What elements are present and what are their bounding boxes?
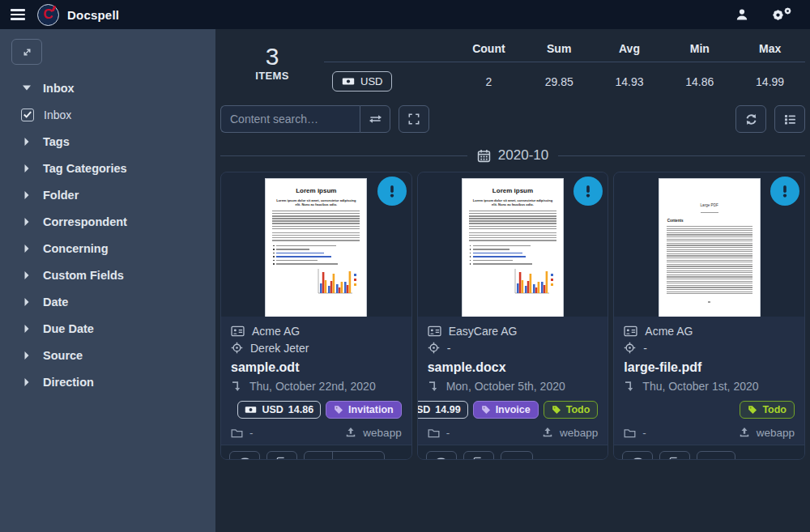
tag-badge: Todo xyxy=(740,401,795,419)
item-preview: Lorem ipsum Lorem ipsum dolor sit amet, … xyxy=(418,172,608,317)
tag-icon xyxy=(481,405,491,415)
correspondent-icon xyxy=(231,326,245,337)
correspondent-icon xyxy=(624,326,637,337)
edit-button[interactable] xyxy=(266,451,297,460)
attachment-pager: 1/2, 4p. xyxy=(304,451,385,460)
document-thumbnail: Large PDF Contents xyxy=(659,178,761,317)
item-card[interactable]: Large PDF Contents xyxy=(613,172,805,460)
task-list-icon xyxy=(784,114,796,125)
search-mode-button[interactable] xyxy=(360,105,390,133)
correspondent-icon xyxy=(428,326,441,337)
refresh-button[interactable] xyxy=(735,105,766,133)
next-attachment-button[interactable] xyxy=(305,452,332,460)
item-cards-grid: Lorem ipsum Lorem ipsum dolor sit amet, … xyxy=(220,172,805,460)
edit-button[interactable] xyxy=(659,451,690,460)
sidebar-item-tags[interactable]: Tags xyxy=(10,128,206,155)
col-max: Max xyxy=(735,42,805,55)
caret-right-icon xyxy=(21,245,32,253)
sidebar-item-folder[interactable]: Folder xyxy=(10,181,206,208)
folder-value: - xyxy=(249,427,254,439)
menu-toggle-icon[interactable] xyxy=(11,9,25,20)
concerning-icon xyxy=(624,342,636,354)
sidebar-item-due-date[interactable]: Due Date xyxy=(10,315,206,342)
correspondent-name: Acme AG xyxy=(252,325,300,338)
tag-badge: Todo xyxy=(544,401,599,419)
attachment-pages-label: 37p. xyxy=(697,451,735,460)
item-name: sample.docx xyxy=(428,360,599,375)
item-date: Thu, October 22nd, 2020 xyxy=(249,380,376,393)
upload-source-icon xyxy=(739,427,750,438)
sidebar-item-tag-categories[interactable]: Tag Categories xyxy=(10,155,206,181)
tag-badge: Invitation xyxy=(326,401,402,419)
fullscreen-toggle-button[interactable] xyxy=(399,105,429,133)
money-bill-icon xyxy=(342,77,355,86)
sidebar-item-concerning[interactable]: Concerning xyxy=(10,235,206,262)
sidebar-item-correspondent[interactable]: Correspondent xyxy=(10,208,206,235)
col-avg: Avg xyxy=(595,42,665,55)
preview-button[interactable] xyxy=(426,451,457,460)
selection-mode-button[interactable] xyxy=(774,105,805,133)
edit-button[interactable] xyxy=(463,451,494,460)
exclamation-icon xyxy=(777,183,793,199)
col-min: Min xyxy=(664,42,735,55)
eye-icon xyxy=(631,458,645,460)
caret-right-icon xyxy=(21,218,32,226)
sidebar-item-inbox[interactable]: Inbox xyxy=(10,74,206,101)
item-preview: Large PDF Contents xyxy=(614,172,804,317)
items-count-label: ITEMS xyxy=(220,70,324,82)
stat-min: 14.86 xyxy=(664,75,735,88)
caret-right-icon xyxy=(21,378,32,386)
item-date: Thu, October 1st, 2020 xyxy=(642,380,758,393)
stat-max: 14.99 xyxy=(735,75,805,88)
refresh-icon xyxy=(745,113,757,126)
inbox-filter-checkbox[interactable]: Inbox xyxy=(10,101,206,128)
folder-value: - xyxy=(642,427,646,439)
caret-right-icon xyxy=(21,325,32,333)
exclamation-icon xyxy=(580,183,596,199)
edit-icon xyxy=(669,457,680,460)
currency-stats-table: Count Sum Avg Min Max USD 2 29.85 14. xyxy=(324,39,805,92)
concerning-name: - xyxy=(447,342,451,355)
edit-icon xyxy=(276,457,288,460)
item-name: sample.odt xyxy=(231,360,402,375)
document-thumbnail: Lorem ipsum Lorem ipsum dolor sit amet, … xyxy=(265,178,367,317)
user-menu-button[interactable] xyxy=(735,8,748,21)
concerning-icon xyxy=(231,342,243,354)
item-preview: Lorem ipsum Lorem ipsum dolor sit amet, … xyxy=(221,172,411,317)
card-footer: 37p. xyxy=(614,445,804,460)
folder-value: - xyxy=(446,427,450,439)
item-name: large-file.pdf xyxy=(624,360,795,375)
card-footer: 1/2, 4p. xyxy=(221,445,411,460)
user-icon xyxy=(735,8,748,21)
thumbnail-bar-chart xyxy=(468,267,556,298)
sidebar-item-date[interactable]: Date xyxy=(10,288,206,315)
item-card[interactable]: Lorem ipsum Lorem ipsum dolor sit amet, … xyxy=(220,172,412,460)
tag-badge: Invoice xyxy=(473,401,539,419)
caret-right-icon xyxy=(21,191,32,199)
amount-badge: USD 14.86 xyxy=(237,401,321,419)
attachment-pages-label: 1/2, 4p. xyxy=(332,452,384,460)
sidebar-item-source[interactable]: Source xyxy=(10,342,206,368)
folder-icon xyxy=(624,428,636,438)
docspell-logo: C xyxy=(37,4,59,26)
sidebar-item-custom-fields[interactable]: Custom Fields xyxy=(10,262,206,288)
settings-button[interactable] xyxy=(771,7,792,23)
expand-brackets-icon xyxy=(408,113,420,125)
item-list-area: 3 ITEMS Count Sum Avg Min Max USD xyxy=(215,29,810,532)
month-group-header: 2020-10 xyxy=(220,147,805,164)
currency-badge: USD xyxy=(332,71,392,92)
source-value: webapp xyxy=(560,427,598,439)
preview-button[interactable] xyxy=(622,451,653,460)
folder-icon xyxy=(428,428,440,438)
preview-button[interactable] xyxy=(229,451,260,460)
calendar-icon xyxy=(477,149,491,163)
search-sidebar: Inbox Inbox Tags Tag Categories Folder C… xyxy=(0,29,215,532)
sidebar-item-direction[interactable]: Direction xyxy=(10,368,206,395)
sidebar-expand-button[interactable] xyxy=(11,39,42,65)
item-card[interactable]: Lorem ipsum Lorem ipsum dolor sit amet, … xyxy=(417,172,609,460)
new-item-indicator xyxy=(770,177,799,206)
eye-icon xyxy=(238,458,252,460)
card-footer: 4p. xyxy=(418,445,608,460)
concerning-name: - xyxy=(643,342,647,355)
content-search-input[interactable] xyxy=(220,105,360,133)
